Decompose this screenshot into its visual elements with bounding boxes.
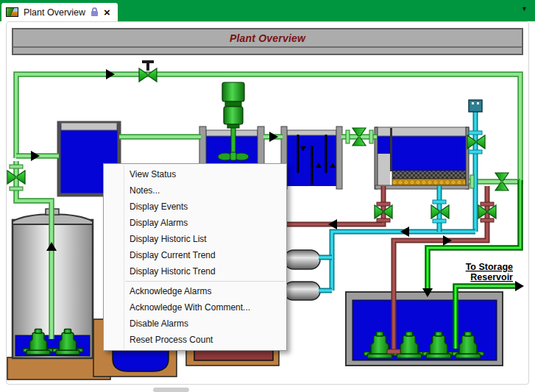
menu-item-display-current-trend[interactable]: Display Current Trend bbox=[104, 247, 286, 263]
context-menu: View Status Notes... Display Events Disp… bbox=[103, 163, 287, 351]
clearwell-reservoir[interactable] bbox=[346, 292, 503, 366]
pressure-tank-2[interactable] bbox=[284, 282, 320, 300]
to-storage-line2: Reservoir bbox=[470, 272, 513, 282]
menu-separator bbox=[125, 281, 285, 282]
chlorinator[interactable] bbox=[469, 100, 482, 112]
pressure-tank-1[interactable] bbox=[284, 250, 320, 269]
to-storage-label: To Storage Reservoir bbox=[466, 262, 513, 282]
menu-item-reset-process-count[interactable]: Reset Process Count bbox=[104, 332, 286, 348]
main-line-valve[interactable] bbox=[139, 60, 157, 82]
horizontal-scrollbar-thumb[interactable] bbox=[153, 388, 189, 392]
menu-item-acknowledge-with-comment[interactable]: Acknowledge With Comment... bbox=[104, 299, 286, 316]
menu-item-view-status[interactable]: View Status bbox=[104, 166, 286, 182]
menu-gutter bbox=[124, 165, 124, 349]
menu-item-display-events[interactable]: Display Events bbox=[104, 199, 286, 215]
menu-item-display-historic-list[interactable]: Display Historic List bbox=[104, 231, 286, 247]
menu-item-disable-alarms[interactable]: Disable Alarms bbox=[104, 316, 286, 332]
to-storage-line1: To Storage bbox=[466, 262, 513, 272]
menu-item-acknowledge-alarms[interactable]: Acknowledge Alarms bbox=[104, 283, 286, 299]
menu-item-display-historic-trend[interactable]: Display Historic Trend bbox=[104, 263, 286, 279]
menu-item-notes[interactable]: Notes... bbox=[104, 182, 286, 199]
filter-tank[interactable] bbox=[375, 127, 469, 189]
menu-item-display-alarms[interactable]: Display Alarms bbox=[104, 215, 286, 231]
serpentine-tank[interactable] bbox=[281, 126, 342, 189]
